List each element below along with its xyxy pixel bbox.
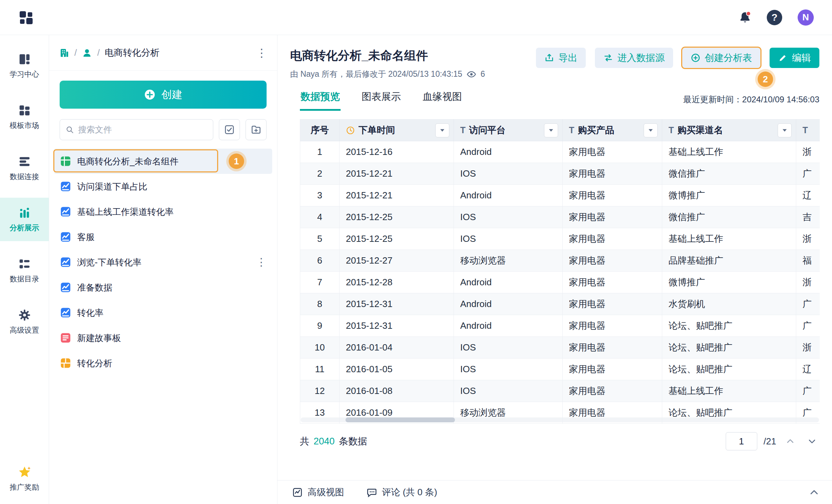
table-row: 22015-12-21IOS家用电器微信推广广 bbox=[300, 163, 820, 185]
notification-bell-icon[interactable] bbox=[739, 11, 751, 24]
file-item-label: 客服 bbox=[77, 231, 95, 243]
data-catalog-icon bbox=[18, 257, 31, 271]
column-filter-button[interactable] bbox=[435, 123, 449, 137]
table-row: 92015-12-31Android家用电器论坛、贴吧推广广 bbox=[300, 315, 820, 337]
table-cell: 2016-01-05 bbox=[340, 359, 454, 380]
table-header-row: 序号 下单时间 T 访问平台 bbox=[300, 120, 820, 141]
file-item[interactable]: 准备数据 bbox=[54, 275, 272, 300]
file-item-label: 基础上线工作渠道转化率 bbox=[77, 206, 174, 218]
nav-item-label: 数据连接 bbox=[10, 172, 39, 182]
table-row: 12015-12-16Android家用电器基础上线工作浙 bbox=[300, 141, 820, 163]
main-content: 电商转化分析_未命名组件 由 Naya 所有，最后修改于 2024/05/13 … bbox=[277, 35, 832, 504]
file-panel: / / 电商转化分析 ⋮ 创建 电商转化分析_未命名组件1访问渠道下单占比基础上… bbox=[49, 35, 277, 504]
horizontal-scrollbar[interactable] bbox=[301, 417, 819, 422]
nav-item-template-market[interactable]: 模板市场 bbox=[0, 95, 49, 139]
search-input[interactable] bbox=[78, 125, 207, 135]
create-button[interactable]: 创建 bbox=[60, 81, 267, 109]
tab-lineage-view[interactable]: 血缘视图 bbox=[422, 90, 463, 111]
folder-plus-icon bbox=[251, 124, 261, 135]
tab-data-preview[interactable]: 数据预览 bbox=[300, 90, 341, 111]
data-table: 序号 下单时间 T 访问平台 bbox=[300, 119, 820, 424]
chart-file-icon bbox=[60, 281, 72, 293]
multi-select-button[interactable] bbox=[219, 119, 240, 140]
file-item-label: 访问渠道下单占比 bbox=[77, 181, 147, 192]
file-item[interactable]: 电商转化分析_未命名组件1 bbox=[54, 149, 272, 174]
column-header-channel: T 购买渠道名 bbox=[662, 120, 796, 141]
table-cell: 家用电器 bbox=[563, 185, 662, 206]
total-prefix: 共 bbox=[300, 435, 309, 448]
file-search-box bbox=[60, 119, 213, 140]
pagination: /21 bbox=[726, 432, 820, 450]
breadcrumb-more-icon[interactable]: ⋮ bbox=[256, 47, 267, 59]
column-filter-button[interactable] bbox=[644, 123, 658, 137]
file-item[interactable]: 转化分析 bbox=[54, 350, 272, 376]
table-cell: 广 bbox=[796, 293, 820, 315]
nav-item-data-connection[interactable]: 数据连接 bbox=[0, 147, 49, 190]
table-cell: 5 bbox=[300, 228, 340, 250]
file-item[interactable]: 转化率 bbox=[54, 300, 272, 325]
table-row: 82015-12-31Android家用电器水货刷机广 bbox=[300, 293, 820, 315]
comments-button[interactable]: 评论 (共 0 条) bbox=[367, 486, 437, 498]
text-type-icon: T bbox=[803, 125, 808, 135]
file-item[interactable]: 访问渠道下单占比 bbox=[54, 174, 272, 199]
edit-button[interactable]: 编辑 bbox=[770, 48, 819, 68]
column-filter-button[interactable] bbox=[778, 123, 792, 137]
table-cell: 2015-12-21 bbox=[340, 185, 454, 206]
header-actions: 导出 进入数据源 创建分析表 2 编辑 bbox=[536, 48, 819, 68]
advanced-view-button[interactable]: 高级视图 bbox=[292, 486, 344, 498]
file-item[interactable]: 基础上线工作渠道转化率 bbox=[54, 199, 272, 224]
page-down-button[interactable] bbox=[804, 434, 820, 449]
table-cell: 2015-12-25 bbox=[340, 206, 454, 228]
column-header-clipped: T bbox=[796, 120, 820, 141]
workspace-building-icon[interactable] bbox=[59, 48, 69, 58]
table-cell: 12 bbox=[300, 380, 340, 402]
nav-item-data-catalog[interactable]: 数据目录 bbox=[0, 249, 49, 292]
last-updated-text: 最近更新时间：2024/10/09 14:56:03 bbox=[683, 94, 819, 111]
story-file-icon bbox=[60, 332, 72, 344]
avatar[interactable]: N bbox=[798, 9, 814, 26]
table-cell: 8 bbox=[300, 293, 340, 315]
nav-item-advanced-settings[interactable]: 高级设置 bbox=[0, 300, 49, 343]
nav-item-learning-center[interactable]: 学习中心 bbox=[0, 44, 49, 88]
table-row: 42015-12-25IOS家用电器微信推广吉 bbox=[300, 206, 820, 228]
column-filter-button[interactable] bbox=[544, 123, 558, 137]
file-item[interactable]: 新建故事板 bbox=[54, 325, 272, 350]
reward-star-icon bbox=[18, 465, 31, 479]
help-icon[interactable]: ? bbox=[767, 10, 782, 25]
page-number-input[interactable] bbox=[726, 432, 757, 450]
main-header: 电商转化分析_未命名组件 由 Naya 所有，最后修改于 2024/05/13 … bbox=[277, 35, 832, 80]
chart-file-icon bbox=[60, 307, 72, 319]
table-cell: 论坛、贴吧推广 bbox=[662, 337, 796, 359]
file-item[interactable]: 客服 bbox=[54, 224, 272, 250]
file-item[interactable]: 浏览-下单转化率⋮ bbox=[54, 250, 272, 275]
search-icon bbox=[66, 125, 74, 134]
table-cell: 4 bbox=[300, 206, 340, 228]
create-analysis-table-button[interactable]: 创建分析表 bbox=[682, 48, 760, 68]
nav-item-promotion-rewards[interactable]: 推广奖励 bbox=[0, 457, 49, 500]
table-cell: 6 bbox=[300, 250, 340, 272]
nav-item-label: 学习中心 bbox=[10, 69, 39, 79]
table-cell: 福 bbox=[796, 250, 820, 272]
horizontal-scrollbar-thumb[interactable] bbox=[345, 417, 455, 422]
tab-chart-display[interactable]: 图表展示 bbox=[361, 90, 402, 111]
collapse-panel-button[interactable] bbox=[809, 487, 819, 498]
table-cell: 2016-01-08 bbox=[340, 380, 454, 402]
app-logo-icon[interactable] bbox=[18, 10, 34, 25]
data-connection-icon bbox=[18, 155, 31, 168]
bottom-bar: 高级视图 评论 (共 0 条) bbox=[277, 480, 832, 504]
file-item-label: 电商转化分析_未命名组件 bbox=[77, 156, 179, 167]
enter-datasource-label: 进入数据源 bbox=[617, 52, 665, 64]
more-options-icon[interactable]: ⋮ bbox=[256, 257, 267, 267]
settings-gear-icon bbox=[18, 308, 31, 322]
new-folder-button[interactable] bbox=[246, 119, 267, 140]
personal-space-icon[interactable] bbox=[82, 48, 92, 58]
nav-item-analysis-display[interactable]: 分析展示 bbox=[0, 198, 49, 241]
nav-item-label: 推广奖励 bbox=[10, 482, 39, 492]
page-up-button[interactable] bbox=[783, 434, 798, 449]
export-button[interactable]: 导出 bbox=[536, 48, 586, 68]
enter-datasource-button[interactable]: 进入数据源 bbox=[595, 48, 673, 68]
table-cell: Android bbox=[454, 315, 563, 337]
breadcrumb-separator: / bbox=[74, 47, 77, 58]
table-cell: 广 bbox=[796, 380, 820, 402]
breadcrumb-current[interactable]: 电商转化分析 bbox=[105, 47, 159, 59]
